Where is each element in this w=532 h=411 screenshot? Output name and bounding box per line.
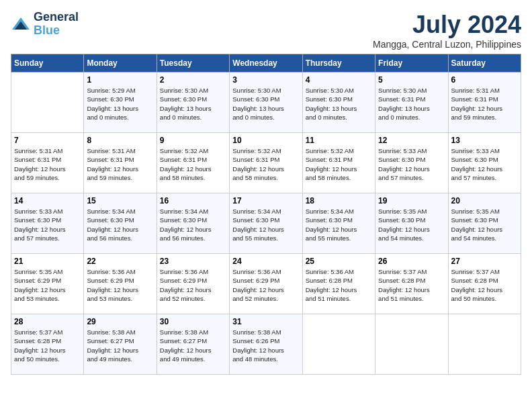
day-info: Sunrise: 5:37 AM Sunset: 6:28 PM Dayligh… xyxy=(14,328,81,363)
calendar-cell xyxy=(448,314,521,375)
calendar-cell: 23Sunrise: 5:36 AM Sunset: 6:29 PM Dayli… xyxy=(157,254,229,314)
day-number: 12 xyxy=(378,136,445,145)
day-info: Sunrise: 5:32 AM Sunset: 6:31 PM Dayligh… xyxy=(160,146,226,182)
day-number: 3 xyxy=(232,75,299,85)
weekday-header-cell: Sunday xyxy=(11,54,84,73)
weekday-header-cell: Thursday xyxy=(302,54,375,73)
weekday-header-cell: Monday xyxy=(84,54,157,73)
day-info: Sunrise: 5:29 AM Sunset: 6:30 PM Dayligh… xyxy=(87,86,153,122)
day-info: Sunrise: 5:35 AM Sunset: 6:30 PM Dayligh… xyxy=(378,207,445,242)
month-title: July 2024 xyxy=(373,11,521,39)
day-info: Sunrise: 5:36 AM Sunset: 6:29 PM Dayligh… xyxy=(160,267,226,303)
logo: General Blue xyxy=(11,11,79,38)
day-number: 29 xyxy=(87,317,153,326)
day-info: Sunrise: 5:30 AM Sunset: 6:30 PM Dayligh… xyxy=(160,86,226,122)
weekday-header-cell: Tuesday xyxy=(157,54,229,73)
day-number: 8 xyxy=(87,136,153,145)
day-number: 16 xyxy=(160,196,226,205)
calendar-cell: 12Sunrise: 5:33 AM Sunset: 6:30 PM Dayli… xyxy=(375,133,448,193)
day-number: 20 xyxy=(451,196,518,205)
calendar-cell: 4Sunrise: 5:30 AM Sunset: 6:30 PM Daylig… xyxy=(302,73,375,133)
day-info: Sunrise: 5:34 AM Sunset: 6:30 PM Dayligh… xyxy=(232,207,299,242)
page-header: General Blue July 2024 Mangga, Central L… xyxy=(11,11,521,50)
day-info: Sunrise: 5:32 AM Sunset: 6:31 PM Dayligh… xyxy=(306,146,372,182)
logo-icon xyxy=(11,16,31,32)
day-number: 6 xyxy=(451,75,518,85)
logo-text: General Blue xyxy=(34,11,79,38)
calendar-cell: 5Sunrise: 5:30 AM Sunset: 6:31 PM Daylig… xyxy=(375,73,448,133)
weekday-header-row: SundayMondayTuesdayWednesdayThursdayFrid… xyxy=(11,54,521,73)
calendar-cell: 11Sunrise: 5:32 AM Sunset: 6:31 PM Dayli… xyxy=(302,133,375,193)
day-info: Sunrise: 5:34 AM Sunset: 6:30 PM Dayligh… xyxy=(87,207,153,242)
calendar-cell: 28Sunrise: 5:37 AM Sunset: 6:28 PM Dayli… xyxy=(11,314,84,375)
calendar-cell: 6Sunrise: 5:31 AM Sunset: 6:31 PM Daylig… xyxy=(448,73,521,133)
calendar-cell: 24Sunrise: 5:36 AM Sunset: 6:29 PM Dayli… xyxy=(230,254,302,314)
day-info: Sunrise: 5:32 AM Sunset: 6:31 PM Dayligh… xyxy=(232,146,299,182)
day-info: Sunrise: 5:35 AM Sunset: 6:29 PM Dayligh… xyxy=(14,267,81,303)
day-number: 25 xyxy=(306,257,372,266)
day-info: Sunrise: 5:31 AM Sunset: 6:31 PM Dayligh… xyxy=(14,146,81,182)
calendar-cell xyxy=(302,314,375,375)
calendar-week-row: 28Sunrise: 5:37 AM Sunset: 6:28 PM Dayli… xyxy=(11,314,521,375)
calendar-week-row: 1Sunrise: 5:29 AM Sunset: 6:30 PM Daylig… xyxy=(11,73,521,133)
calendar-cell: 15Sunrise: 5:34 AM Sunset: 6:30 PM Dayli… xyxy=(84,193,157,254)
day-info: Sunrise: 5:34 AM Sunset: 6:30 PM Dayligh… xyxy=(306,207,372,242)
day-info: Sunrise: 5:31 AM Sunset: 6:31 PM Dayligh… xyxy=(451,86,518,122)
calendar-cell: 13Sunrise: 5:33 AM Sunset: 6:30 PM Dayli… xyxy=(448,133,521,193)
calendar-table: SundayMondayTuesdayWednesdayThursdayFrid… xyxy=(11,54,521,375)
calendar-cell: 10Sunrise: 5:32 AM Sunset: 6:31 PM Dayli… xyxy=(230,133,302,193)
day-number: 11 xyxy=(306,136,372,145)
calendar-cell: 3Sunrise: 5:30 AM Sunset: 6:30 PM Daylig… xyxy=(230,73,302,133)
calendar-cell: 1Sunrise: 5:29 AM Sunset: 6:30 PM Daylig… xyxy=(84,73,157,133)
calendar-cell: 16Sunrise: 5:34 AM Sunset: 6:30 PM Dayli… xyxy=(157,193,229,254)
day-number: 22 xyxy=(87,257,153,266)
day-info: Sunrise: 5:38 AM Sunset: 6:27 PM Dayligh… xyxy=(160,328,226,363)
calendar-cell: 8Sunrise: 5:31 AM Sunset: 6:31 PM Daylig… xyxy=(84,133,157,193)
day-info: Sunrise: 5:34 AM Sunset: 6:30 PM Dayligh… xyxy=(160,207,226,242)
title-block: July 2024 Mangga, Central Luzon, Philipp… xyxy=(373,11,521,50)
day-number: 17 xyxy=(232,196,299,205)
day-info: Sunrise: 5:30 AM Sunset: 6:30 PM Dayligh… xyxy=(306,86,372,122)
day-info: Sunrise: 5:38 AM Sunset: 6:26 PM Dayligh… xyxy=(232,328,299,363)
calendar-cell xyxy=(11,73,84,133)
calendar-cell: 26Sunrise: 5:37 AM Sunset: 6:28 PM Dayli… xyxy=(375,254,448,314)
calendar-cell: 29Sunrise: 5:38 AM Sunset: 6:27 PM Dayli… xyxy=(84,314,157,375)
day-number: 2 xyxy=(160,75,226,85)
day-number: 14 xyxy=(14,196,81,205)
day-number: 15 xyxy=(87,196,153,205)
weekday-header-cell: Saturday xyxy=(448,54,521,73)
calendar-cell: 25Sunrise: 5:36 AM Sunset: 6:28 PM Dayli… xyxy=(302,254,375,314)
weekday-header-cell: Friday xyxy=(375,54,448,73)
day-number: 27 xyxy=(451,257,518,266)
day-number: 5 xyxy=(378,75,445,85)
calendar-week-row: 14Sunrise: 5:33 AM Sunset: 6:30 PM Dayli… xyxy=(11,193,521,254)
day-info: Sunrise: 5:37 AM Sunset: 6:28 PM Dayligh… xyxy=(451,267,518,303)
calendar-cell: 22Sunrise: 5:36 AM Sunset: 6:29 PM Dayli… xyxy=(84,254,157,314)
calendar-cell: 17Sunrise: 5:34 AM Sunset: 6:30 PM Dayli… xyxy=(230,193,302,254)
day-info: Sunrise: 5:35 AM Sunset: 6:30 PM Dayligh… xyxy=(451,207,518,242)
day-info: Sunrise: 5:36 AM Sunset: 6:28 PM Dayligh… xyxy=(306,267,372,303)
day-number: 9 xyxy=(160,136,226,145)
day-number: 21 xyxy=(14,257,81,266)
day-info: Sunrise: 5:31 AM Sunset: 6:31 PM Dayligh… xyxy=(87,146,153,182)
day-info: Sunrise: 5:33 AM Sunset: 6:30 PM Dayligh… xyxy=(451,146,518,182)
calendar-cell xyxy=(375,314,448,375)
day-number: 1 xyxy=(87,75,153,85)
day-number: 10 xyxy=(232,136,299,145)
weekday-header-cell: Wednesday xyxy=(230,54,302,73)
day-number: 30 xyxy=(160,317,226,326)
day-info: Sunrise: 5:36 AM Sunset: 6:29 PM Dayligh… xyxy=(87,267,153,303)
day-info: Sunrise: 5:30 AM Sunset: 6:30 PM Dayligh… xyxy=(232,86,299,122)
day-number: 4 xyxy=(306,75,372,85)
day-number: 7 xyxy=(14,136,81,145)
day-number: 28 xyxy=(14,317,81,326)
day-number: 19 xyxy=(378,196,445,205)
day-info: Sunrise: 5:37 AM Sunset: 6:28 PM Dayligh… xyxy=(378,267,445,303)
day-info: Sunrise: 5:33 AM Sunset: 6:30 PM Dayligh… xyxy=(14,207,81,242)
day-number: 26 xyxy=(378,257,445,266)
calendar-cell: 27Sunrise: 5:37 AM Sunset: 6:28 PM Dayli… xyxy=(448,254,521,314)
calendar-cell: 20Sunrise: 5:35 AM Sunset: 6:30 PM Dayli… xyxy=(448,193,521,254)
day-info: Sunrise: 5:36 AM Sunset: 6:29 PM Dayligh… xyxy=(232,267,299,303)
day-number: 23 xyxy=(160,257,226,266)
day-number: 31 xyxy=(232,317,299,326)
